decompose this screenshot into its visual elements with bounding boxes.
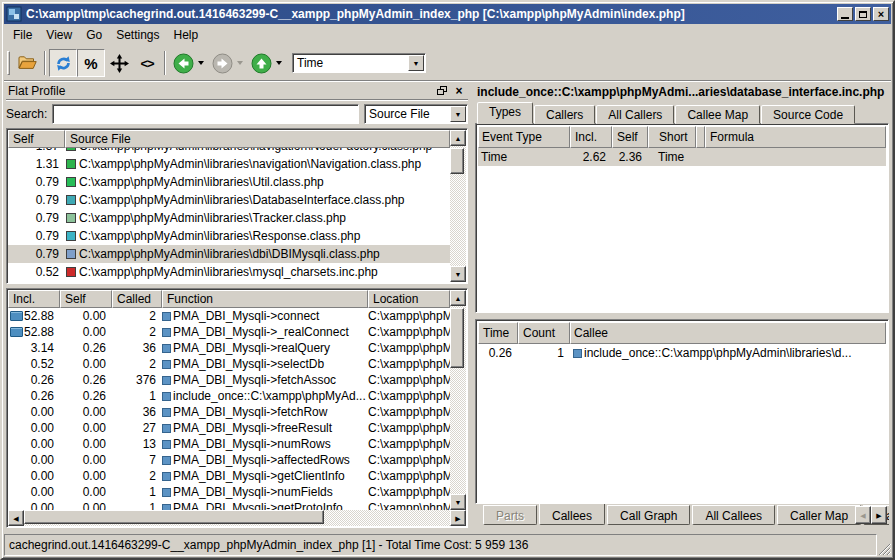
function-row[interactable]: 3.140.2636PMA_DBI_Mysqli->realQueryC:\xa… (8, 340, 450, 356)
tab-callees[interactable]: Callees (539, 504, 605, 525)
file-list-row[interactable]: 0.52C:\xampp\phpMyAdmin\libraries\user_p… (8, 281, 450, 282)
file-list-row[interactable]: 0.79C:\xampp\phpMyAdmin\libraries\Util.c… (8, 173, 450, 191)
scroll-down-button[interactable]: ▼ (450, 266, 466, 282)
scrollbar-thumb[interactable] (24, 510, 324, 524)
column-header-function[interactable]: Function (162, 290, 368, 308)
function-row[interactable]: 0.260.261include_once::C:\xampp\phpMyAd.… (8, 388, 450, 404)
column-header-source-file[interactable]: Source File (65, 130, 450, 148)
file-list-row[interactable]: 1.31C:\xampp\phpMyAdmin\libraries\naviga… (8, 155, 450, 173)
function-row[interactable]: 52.880.002PMA_DBI_Mysqli->_realConnectC:… (8, 324, 450, 340)
scroll-left-button[interactable]: ◀ (8, 510, 24, 526)
event-type-combo[interactable]: Time ▼ (292, 53, 426, 73)
file-list-row[interactable]: 1.37C:\xampp\phpMyAdmin\libraries\naviga… (8, 148, 450, 155)
scroll-down-button[interactable]: ▼ (450, 494, 466, 510)
file-list-row[interactable]: 0.79C:\xampp\phpMyAdmin\libraries\Respon… (8, 227, 450, 245)
tab-all-callees[interactable]: All Callees (692, 505, 775, 525)
scroll-right-button[interactable]: ▶ (450, 510, 466, 526)
open-file-button[interactable] (13, 49, 41, 77)
function-row[interactable]: 0.000.0027PMA_DBI_Mysqli->freeResultC:\x… (8, 420, 450, 436)
refresh-button[interactable] (49, 49, 77, 77)
column-header-self[interactable]: Self (60, 290, 112, 308)
column-header-event-type[interactable]: Event Type (478, 126, 570, 148)
callee-row[interactable]: 0.261 include_once::C:\xampp\phpMyAdmin\… (478, 344, 886, 362)
menu-item-go[interactable]: Go (79, 26, 109, 44)
tab-callee-map[interactable]: Callee Map (675, 105, 760, 124)
column-header-location[interactable]: Location (368, 290, 450, 308)
toolbar: %<> Time ▼ (4, 46, 891, 80)
file-list-row[interactable]: 0.79C:\xampp\phpMyAdmin\libraries\Tracke… (8, 209, 450, 227)
column-header-formula[interactable]: Formula (705, 126, 886, 148)
function-row[interactable]: 0.000.001PMA_DBI_Mysqli->getProtoInfoC:\… (8, 500, 450, 510)
menu-item-settings[interactable]: Settings (109, 26, 166, 44)
menu-item-view[interactable]: View (39, 26, 79, 44)
tab-scroll-left-button[interactable]: ◀ (855, 506, 871, 524)
event-type-row[interactable]: Time2.622.36Time (478, 148, 886, 166)
function-row[interactable]: 0.260.26376PMA_DBI_Mysqli->fetchAssocC:\… (8, 372, 450, 388)
function-table-vertical-scrollbar[interactable]: ▲ ▼ (450, 290, 466, 510)
menu-item-help[interactable]: Help (167, 26, 206, 44)
title-bar[interactable]: C:\xampp\tmp\cachegrind.out.1416463299-C… (4, 4, 891, 24)
file-list-vertical-scrollbar[interactable]: ▲ ▼ (450, 130, 466, 282)
column-header-count[interactable]: Count (518, 322, 570, 344)
scroll-up-button[interactable]: ▲ (450, 130, 466, 146)
column-header-self[interactable]: Self (8, 130, 65, 148)
column-header-incl-[interactable]: Incl. (570, 126, 612, 148)
tab-source-code[interactable]: Source Code (761, 105, 855, 124)
up-button[interactable] (247, 49, 286, 77)
scrollbar-track[interactable] (450, 146, 466, 266)
function-row[interactable]: 0.000.0013PMA_DBI_Mysqli->numRowsC:\xamp… (8, 436, 450, 452)
column-header-time[interactable]: Time (478, 322, 518, 344)
dock-float-button[interactable] (435, 84, 449, 97)
back-button[interactable] (169, 49, 208, 77)
source-view-button[interactable]: <> (133, 49, 161, 77)
search-input[interactable] (52, 104, 359, 124)
toolbar-grip[interactable] (7, 51, 10, 75)
column-header-short[interactable]: Short (648, 126, 696, 148)
file-list-row[interactable]: 0.52C:\xampp\phpMyAdmin\libraries\mysql_… (8, 263, 450, 281)
resize-grip[interactable] (877, 534, 891, 556)
column-header-called[interactable]: Called (112, 290, 162, 308)
dropdown-caret-icon[interactable] (198, 61, 204, 65)
dock-title-bar[interactable]: Flat Profile × (6, 82, 468, 100)
close-button[interactable]: × (873, 7, 889, 21)
forward-button (208, 49, 247, 77)
column-header-self[interactable]: Self (612, 126, 648, 148)
combo-dropdown-button[interactable]: ▼ (450, 106, 466, 122)
function-row[interactable]: 0.000.007PMA_DBI_Mysqli->affectedRowsC:\… (8, 452, 450, 468)
function-row[interactable]: 0.520.002PMA_DBI_Mysqli->selectDbC:\xamp… (8, 356, 450, 372)
percent-button[interactable]: % (77, 49, 105, 77)
scroll-up-button[interactable]: ▲ (450, 290, 466, 306)
scrollbar-thumb[interactable] (450, 308, 464, 368)
dropdown-caret-icon[interactable] (237, 61, 243, 65)
tab-call-graph[interactable]: Call Graph (607, 505, 690, 525)
toolbar-separator (44, 51, 46, 75)
function-row[interactable]: 0.000.0036PMA_DBI_Mysqli->fetchRowC:\xam… (8, 404, 450, 420)
scrollbar-track[interactable] (450, 306, 466, 494)
maximize-button[interactable] (855, 7, 871, 21)
column-header-incl-[interactable]: Incl. (8, 290, 60, 308)
combo-dropdown-button[interactable]: ▼ (408, 55, 424, 71)
tab-types[interactable]: Types (477, 102, 533, 124)
function-table: Incl.SelfCalledFunctionLocation 52.880.0… (6, 288, 468, 528)
file-list-row[interactable]: 0.79C:\xampp\phpMyAdmin\libraries\Databa… (8, 191, 450, 209)
menu-item-file[interactable]: File (6, 26, 39, 44)
tab-callers[interactable]: Callers (534, 105, 595, 124)
grouping-combo[interactable]: Source File ▼ (364, 104, 468, 124)
function-row[interactable]: 52.880.002PMA_DBI_Mysqli->connectC:\xamp… (8, 308, 450, 324)
file-list-row[interactable]: 0.79C:\xampp\phpMyAdmin\libraries\dbi\DB… (8, 245, 450, 263)
scrollbar-track[interactable] (24, 510, 450, 526)
close-icon: × (878, 9, 884, 19)
scrollbar-thumb[interactable] (450, 148, 464, 174)
column-header-callee[interactable]: Callee (570, 322, 886, 344)
dock-close-button[interactable]: × (452, 84, 466, 97)
function-table-horizontal-scrollbar[interactable]: ◀ ▶ (8, 510, 466, 526)
tab-all-callers[interactable]: All Callers (596, 105, 674, 124)
dropdown-caret-icon[interactable] (276, 61, 282, 65)
column-header-spacer[interactable] (696, 126, 705, 148)
function-row[interactable]: 0.000.001PMA_DBI_Mysqli->numFieldsC:\xam… (8, 484, 450, 500)
tab-caller-map[interactable]: Caller Map (777, 505, 861, 525)
tab-scroll-right-button[interactable]: ▶ (871, 506, 887, 524)
move-button[interactable] (105, 49, 133, 77)
function-row[interactable]: 0.000.002PMA_DBI_Mysqli->getClientInfoC:… (8, 468, 450, 484)
minimize-button[interactable] (837, 7, 853, 21)
